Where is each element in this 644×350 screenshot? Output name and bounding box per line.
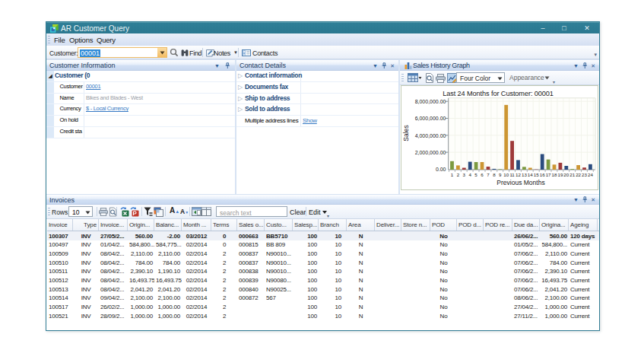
svg-text:Sales: Sales: [402, 125, 410, 141]
svg-text:17: 17: [546, 172, 551, 177]
svg-text:18: 18: [552, 172, 557, 177]
svg-text:1: 1: [451, 172, 454, 177]
svg-text:4,000,000.00: 4,000,000.00: [415, 133, 446, 138]
svg-text:20: 20: [563, 172, 569, 177]
svg-text:5: 5: [474, 172, 477, 177]
svg-text:16: 16: [540, 172, 545, 177]
svg-text:2,000,000.00: 2,000,000.00: [415, 150, 446, 155]
svg-text:Previous Months: Previous Months: [496, 179, 544, 186]
svg-text:Last 24 Months for Customer: 0: Last 24 Months for Customer: 00001: [443, 90, 554, 97]
svg-text:0.00: 0.00: [436, 167, 446, 172]
svg-text:12: 12: [516, 172, 521, 177]
svg-text:8,000,000.00: 8,000,000.00: [415, 99, 446, 104]
svg-text:6: 6: [481, 172, 484, 177]
svg-text:21: 21: [569, 172, 575, 177]
svg-text:23: 23: [582, 172, 587, 177]
svg-text:11: 11: [509, 172, 515, 177]
svg-text:14: 14: [528, 172, 533, 177]
svg-text:15: 15: [534, 172, 539, 177]
svg-text:9: 9: [499, 172, 502, 177]
svg-text:19: 19: [557, 172, 563, 177]
svg-text:3: 3: [463, 172, 466, 177]
svg-text:8: 8: [493, 172, 496, 177]
svg-text:10: 10: [503, 172, 509, 177]
svg-text:6,000,000.00: 6,000,000.00: [415, 116, 446, 121]
svg-text:24: 24: [588, 172, 593, 177]
svg-text:13: 13: [522, 172, 527, 177]
svg-text:22: 22: [576, 172, 581, 177]
svg-text:7: 7: [487, 172, 490, 177]
svg-text:4: 4: [468, 172, 471, 177]
svg-text:2: 2: [457, 172, 460, 177]
